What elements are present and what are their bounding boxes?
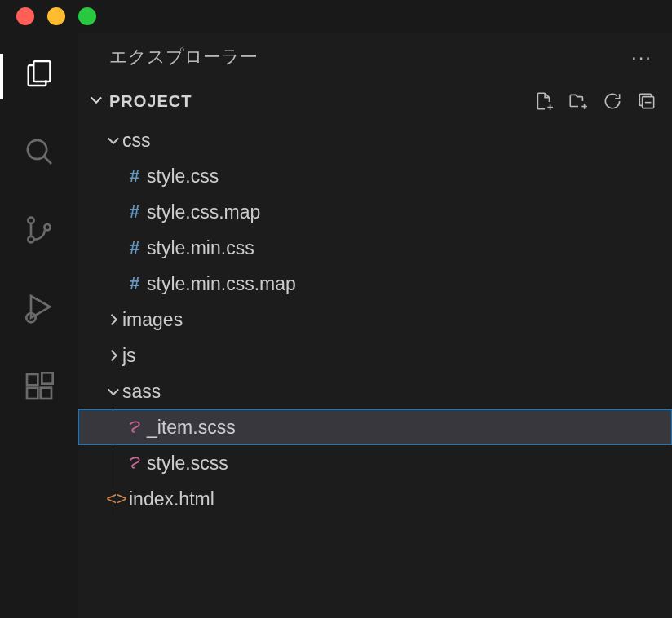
- file-item-scss[interactable]: _item.scss: [78, 409, 672, 445]
- svg-rect-13: [42, 373, 52, 383]
- folder-js[interactable]: js: [78, 338, 672, 373]
- file-tree: css # style.css # style.css.map # style.…: [78, 121, 672, 517]
- css-file-icon: #: [122, 166, 147, 187]
- explorer-header: エクスプローラー ···: [78, 33, 672, 82]
- window-maximize-button[interactable]: [78, 7, 96, 25]
- file-style-css-map[interactable]: # style.css.map: [78, 194, 672, 230]
- folder-label: js: [122, 345, 136, 367]
- chevron-right-icon: [104, 311, 122, 328]
- file-label: style.min.css.map: [147, 273, 296, 295]
- project-section-header[interactable]: PROJECT: [78, 82, 672, 121]
- file-label: style.css.map: [147, 201, 260, 223]
- window-minimize-button[interactable]: [47, 7, 65, 25]
- file-style-scss[interactable]: style.scss: [78, 445, 672, 481]
- chevron-down-icon: [104, 132, 122, 148]
- html-file-icon: <>: [104, 488, 129, 510]
- svg-point-5: [44, 224, 50, 230]
- sass-file-icon: [122, 418, 147, 436]
- file-style-min-css[interactable]: # style.min.css: [78, 230, 672, 266]
- css-file-icon: #: [122, 273, 147, 294]
- svg-rect-11: [27, 388, 38, 399]
- window-close-button[interactable]: [16, 7, 34, 25]
- svg-rect-12: [40, 388, 51, 399]
- source-control-icon[interactable]: [20, 210, 59, 249]
- sass-file-icon: [122, 454, 147, 472]
- svg-rect-0: [33, 61, 50, 82]
- extensions-icon[interactable]: [20, 367, 59, 406]
- chevron-down-icon: [104, 383, 122, 399]
- new-folder-icon[interactable]: [568, 90, 589, 112]
- file-index-html[interactable]: <> index.html: [78, 481, 672, 517]
- folder-sass[interactable]: sass: [78, 373, 672, 409]
- svg-point-3: [28, 218, 33, 223]
- chevron-right-icon: [104, 347, 122, 364]
- folder-images[interactable]: images: [78, 302, 672, 338]
- css-file-icon: #: [122, 237, 147, 258]
- svg-point-4: [28, 236, 33, 242]
- file-style-min-css-map[interactable]: # style.min.css.map: [78, 266, 672, 302]
- folder-label: images: [122, 309, 183, 331]
- explorer-sidebar: エクスプローラー ··· PROJECT: [78, 33, 672, 618]
- search-icon[interactable]: [20, 132, 59, 171]
- folder-label: sass: [122, 381, 161, 403]
- activity-indicator: [0, 54, 3, 99]
- window-titlebar: [0, 0, 672, 33]
- folder-css[interactable]: css: [78, 122, 672, 158]
- file-label: _item.scss: [147, 417, 236, 439]
- folder-label: css: [122, 130, 151, 152]
- more-actions-icon[interactable]: ···: [631, 46, 652, 68]
- new-file-icon[interactable]: [533, 90, 555, 112]
- project-label: PROJECT: [109, 92, 192, 111]
- file-style-css[interactable]: # style.css: [78, 158, 672, 194]
- refresh-icon[interactable]: [602, 90, 623, 112]
- collapse-all-icon[interactable]: [636, 90, 657, 112]
- file-label: style.css: [147, 166, 219, 188]
- explorer-icon[interactable]: [20, 54, 59, 93]
- explorer-title: エクスプローラー: [109, 45, 258, 69]
- activity-bar: [0, 33, 78, 618]
- file-label: style.scss: [147, 452, 228, 475]
- css-file-icon: #: [122, 201, 147, 223]
- file-label: style.min.css: [147, 237, 254, 259]
- run-debug-icon[interactable]: [20, 289, 59, 328]
- svg-point-1: [27, 140, 46, 159]
- file-label: index.html: [129, 488, 214, 510]
- svg-rect-10: [27, 374, 38, 385]
- chevron-down-icon: [88, 91, 104, 112]
- svg-line-2: [44, 157, 51, 164]
